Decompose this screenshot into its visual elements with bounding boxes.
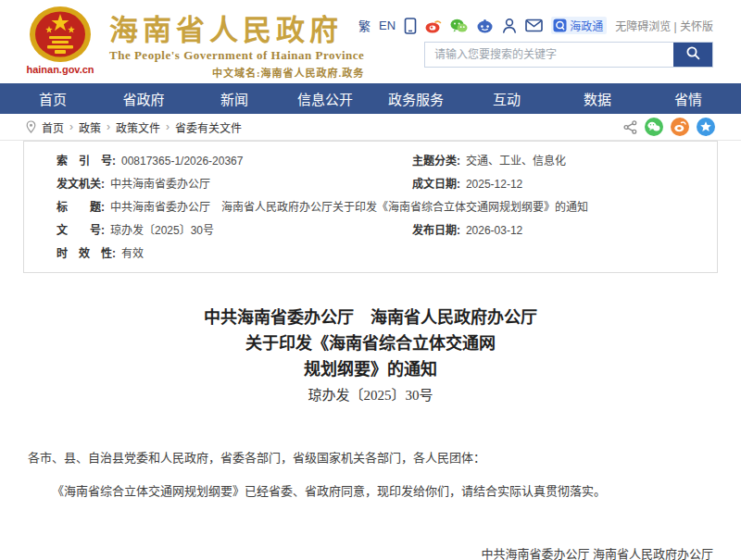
meta-value-doc-number: 琼办发〔2025〕30号 xyxy=(110,224,214,238)
doc-title-line1: 中共海南省委办公厅 海南省人民政府办公厅 xyxy=(28,305,713,330)
site-domain-cn: 中文域名:海南省人民政府.政务 xyxy=(109,65,364,80)
wechat-share-icon[interactable] xyxy=(645,118,663,136)
main-nav: 首页 省政府 新闻 信息公开 政务服务 互动 数据 省情 xyxy=(0,83,741,114)
site-header: hainan.gov.cn 海南省人民政府 The People's Gover… xyxy=(0,0,741,83)
meta-row: 时 效 性: 有效 xyxy=(24,243,717,266)
meta-label: 发文机关: xyxy=(57,178,105,192)
care-version-link[interactable]: 关怀版 xyxy=(680,20,713,33)
meta-label: 时 效 性: xyxy=(57,247,116,261)
meta-value-title: 中共海南省委办公厅 海南省人民政府办公厅关于印发《海南省综合立体交通网规划纲要》… xyxy=(110,201,588,215)
search-button[interactable] xyxy=(673,43,712,67)
user-account-icon[interactable] xyxy=(502,18,517,33)
weibo-share-icon[interactable] xyxy=(671,118,689,136)
site-search xyxy=(424,42,713,68)
crumb-home[interactable]: 首页 xyxy=(42,119,64,135)
nav-item-province[interactable]: 省情 xyxy=(643,89,734,108)
national-emblem-icon xyxy=(20,6,100,63)
traditional-chinese-link[interactable]: 繁 xyxy=(358,17,370,34)
accessibility-link[interactable]: 无障碍浏览 xyxy=(615,20,671,33)
search-input[interactable] xyxy=(425,43,673,67)
meta-row: 标 题: 中共海南省委办公厅 海南省人民政府办公厅关于印发《海南省综合立体交通网… xyxy=(24,196,717,219)
meta-label: 文 号: xyxy=(57,224,105,238)
site-title: 海南省人民政府 xyxy=(109,15,364,46)
doc-title-line2: 关于印发《海南省综合立体交通网 xyxy=(28,330,713,356)
share-icon[interactable] xyxy=(623,120,637,134)
meta-label: 标 题: xyxy=(57,201,105,215)
crumb-policy[interactable]: 政策 xyxy=(79,119,101,135)
meta-value-validity: 有效 xyxy=(121,247,144,261)
nav-item-interaction[interactable]: 互动 xyxy=(461,89,552,108)
meta-row: 发文机关: 中共海南省委办公厅 成文日期: 2025-12-12 xyxy=(24,173,717,196)
meta-value-issuing-agency: 中共海南省委办公厅 xyxy=(110,178,210,192)
doc-salutation: 各市、县、自治县党委和人民政府，省委各部门，省级国家机关各部门，各人民团体： xyxy=(28,447,713,469)
location-pin-icon xyxy=(26,120,36,133)
haizhengtong-badge[interactable]: 海政通 xyxy=(551,17,607,34)
meta-value-subject: 交通、工业、信息化 xyxy=(466,155,566,168)
haizhengtong-icon xyxy=(553,19,567,32)
haizhengtong-label: 海政通 xyxy=(570,18,603,33)
nav-item-services[interactable]: 政务服务 xyxy=(370,89,461,108)
utility-divider: | xyxy=(674,20,677,33)
meta-row: 索 引 号: 00817365-1/2026-20367 主题分类: 交通、工业… xyxy=(24,150,717,173)
nav-item-info[interactable]: 信息公开 xyxy=(280,89,370,108)
crumb-separator: › xyxy=(69,120,73,133)
nav-item-home[interactable]: 首页 xyxy=(7,89,98,108)
document-content: 中共海南省委办公厅 海南省人民政府办公厅 关于印发《海南省综合立体交通网 规划纲… xyxy=(0,273,741,560)
nav-item-data[interactable]: 数据 xyxy=(552,89,643,108)
meta-label: 主题分类: xyxy=(412,155,460,168)
crumb-separator: › xyxy=(166,120,170,133)
breadcrumb: 首页 › 政策 › 政策文件 › 省委有关文件 xyxy=(0,114,741,141)
robot-assistant-icon[interactable] xyxy=(476,19,494,33)
site-logo[interactable]: hainan.gov.cn 海南省人民政府 The People's Gover… xyxy=(20,6,364,80)
meta-row: 文 号: 琼办发〔2025〕30号 发布日期: 2026-03-12 xyxy=(24,219,717,243)
crumb-separator: › xyxy=(107,120,110,133)
wechat-icon[interactable] xyxy=(450,19,468,33)
weibo-icon[interactable] xyxy=(425,19,442,33)
utility-bar: 繁 EN 海政通 无障碍浏览 | 关怀版 xyxy=(358,17,713,34)
doc-paragraph: 《海南省综合立体交通网规划纲要》已经省委、省政府同意，现印发给你们，请结合实际认… xyxy=(28,480,713,503)
crumb-committee-files[interactable]: 省委有关文件 xyxy=(175,119,242,135)
doc-meta-table: 索 引 号: 00817365-1/2026-20367 主题分类: 交通、工业… xyxy=(23,141,718,273)
meta-value-written-date: 2025-12-12 xyxy=(466,178,522,192)
meta-value-index-number: 00817365-1/2026-20367 xyxy=(121,155,243,168)
mail-icon[interactable] xyxy=(525,19,543,32)
meta-label: 发布日期: xyxy=(412,224,460,238)
doc-signature: 中共海南省委办公厅 海南省人民政府办公厅 xyxy=(28,543,713,560)
mobile-icon[interactable] xyxy=(404,18,417,34)
meta-label: 成文日期: xyxy=(412,178,460,192)
meta-label: 索 引 号: xyxy=(57,155,116,168)
english-link[interactable]: EN xyxy=(379,19,396,32)
nav-item-news[interactable]: 新闻 xyxy=(189,89,280,108)
doc-title-line3: 规划纲要》的通知 xyxy=(28,356,713,382)
qzone-share-icon[interactable] xyxy=(697,118,715,136)
crumb-policy-files[interactable]: 政策文件 xyxy=(116,119,160,135)
site-subtitle-en: The People's Government of Hainan Provin… xyxy=(109,48,364,63)
nav-item-government[interactable]: 省政府 xyxy=(98,89,189,108)
meta-value-publish-date: 2026-03-12 xyxy=(466,224,522,238)
doc-number: 琼办发〔2025〕30号 xyxy=(28,382,713,408)
search-icon xyxy=(685,45,701,64)
logo-domain-text: hainan.gov.cn xyxy=(20,64,100,75)
